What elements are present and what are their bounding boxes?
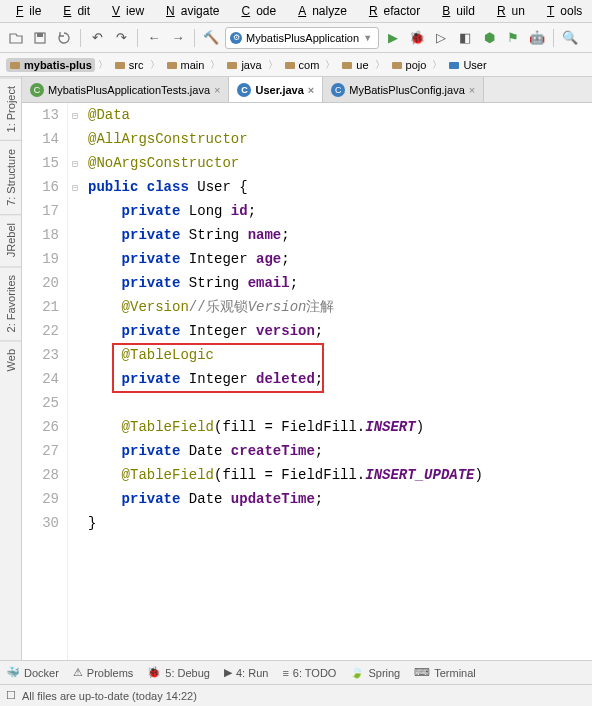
panel-icon: ⚠ bbox=[73, 666, 83, 679]
debug-icon[interactable]: 🐞 bbox=[407, 28, 427, 48]
svg-rect-5 bbox=[227, 62, 237, 69]
breadcrumb-ue[interactable]: ue bbox=[338, 58, 371, 72]
redo-icon[interactable]: ↷ bbox=[111, 28, 131, 48]
tab-label: MyBatisPlusConfig.java bbox=[349, 84, 465, 96]
save-icon[interactable] bbox=[30, 28, 50, 48]
panel-favorites[interactable]: 2: Favorites bbox=[0, 266, 21, 340]
breadcrumb-java[interactable]: java bbox=[223, 58, 264, 72]
panel-web[interactable]: Web bbox=[0, 340, 21, 379]
breadcrumb-user[interactable]: User bbox=[445, 58, 489, 72]
panel-problems[interactable]: ⚠Problems bbox=[73, 666, 133, 679]
menu-analyze[interactable]: Analyze bbox=[286, 2, 353, 20]
undo-icon[interactable]: ↶ bbox=[87, 28, 107, 48]
menu-view[interactable]: View bbox=[100, 2, 150, 20]
forward-icon[interactable]: → bbox=[168, 28, 188, 48]
menu-run[interactable]: Run bbox=[485, 2, 531, 20]
search-icon[interactable]: 🔍 bbox=[560, 28, 580, 48]
panel-project[interactable]: 1: Project bbox=[0, 77, 21, 140]
panel-icon: ≡ bbox=[282, 667, 288, 679]
code-editor[interactable]: 131415161718192021222324252627282930 ⊟⊟⊟… bbox=[22, 103, 592, 660]
panel-jrebel[interactable]: JRebel bbox=[0, 214, 21, 265]
bottom-tool-panels: 🐳Docker⚠Problems🐞5: Debug▶4: Run≡6: TODO… bbox=[0, 660, 592, 684]
status-text: All files are up-to-date (today 14:22) bbox=[22, 690, 197, 702]
refresh-icon[interactable] bbox=[54, 28, 74, 48]
back-icon[interactable]: ← bbox=[144, 28, 164, 48]
menu-navigate[interactable]: Navigate bbox=[154, 2, 225, 20]
android-icon[interactable]: 🤖 bbox=[527, 28, 547, 48]
panel-icon: ▶ bbox=[224, 666, 232, 679]
panel-spring[interactable]: 🍃Spring bbox=[350, 666, 400, 679]
breadcrumb-separator: 〉 bbox=[268, 58, 278, 72]
menu-bar: FileEditViewNavigateCodeAnalyzeRefactorB… bbox=[0, 0, 592, 23]
separator bbox=[194, 29, 195, 47]
panel-docker[interactable]: 🐳Docker bbox=[6, 666, 59, 679]
svg-rect-9 bbox=[449, 62, 459, 69]
code-content[interactable]: @Data@AllArgsConstructor@NoArgsConstruct… bbox=[82, 103, 592, 660]
profile-icon[interactable]: ◧ bbox=[455, 28, 475, 48]
attach-icon[interactable]: ⚑ bbox=[503, 28, 523, 48]
separator bbox=[553, 29, 554, 47]
breadcrumb-src[interactable]: src bbox=[111, 58, 147, 72]
status-bar: ☐ All files are up-to-date (today 14:22) bbox=[0, 684, 592, 706]
breadcrumb-separator: 〉 bbox=[375, 58, 385, 72]
chevron-down-icon: ▼ bbox=[363, 33, 372, 43]
fold-column[interactable]: ⊟⊟⊟ bbox=[68, 103, 82, 660]
svg-rect-3 bbox=[115, 62, 125, 69]
build-icon[interactable]: 🔨 bbox=[201, 28, 221, 48]
svg-rect-8 bbox=[392, 62, 402, 69]
panel-structure[interactable]: 7: Structure bbox=[0, 140, 21, 214]
menu-file[interactable]: File bbox=[4, 2, 47, 20]
breadcrumb-separator: 〉 bbox=[98, 58, 108, 72]
breadcrumb-mybatis-plus[interactable]: mybatis-plus bbox=[6, 58, 95, 72]
class-icon: C bbox=[331, 83, 345, 97]
breadcrumb-main[interactable]: main bbox=[163, 58, 208, 72]
panel-debug[interactable]: 🐞5: Debug bbox=[147, 666, 210, 679]
menu-tools[interactable]: Tools bbox=[535, 2, 588, 20]
menu-build[interactable]: Build bbox=[430, 2, 481, 20]
tab-userjava[interactable]: CUser.java× bbox=[229, 77, 323, 102]
panel-icon: 🍃 bbox=[350, 666, 364, 679]
run-config-selector[interactable]: ⚙ MybatisPlusApplication ▼ bbox=[225, 27, 379, 49]
toolbar: ↶ ↷ ← → 🔨 ⚙ MybatisPlusApplication ▼ ▶ 🐞… bbox=[0, 23, 592, 53]
stop-icon[interactable]: ⬢ bbox=[479, 28, 499, 48]
separator bbox=[137, 29, 138, 47]
breadcrumb-bar: mybatis-plus〉src〉main〉java〉com〉ue〉pojo〉U… bbox=[0, 53, 592, 77]
tab-label: User.java bbox=[255, 84, 303, 96]
run-config-label: MybatisPlusApplication bbox=[246, 32, 359, 44]
breadcrumb-separator: 〉 bbox=[432, 58, 442, 72]
breadcrumb-com[interactable]: com bbox=[281, 58, 323, 72]
panel-run[interactable]: ▶4: Run bbox=[224, 666, 268, 679]
panel-icon: 🐳 bbox=[6, 666, 20, 679]
breadcrumb-separator: 〉 bbox=[210, 58, 220, 72]
menu-refactor[interactable]: Refactor bbox=[357, 2, 426, 20]
class-icon: C bbox=[237, 83, 251, 97]
close-icon[interactable]: × bbox=[308, 84, 314, 96]
svg-rect-2 bbox=[10, 62, 20, 69]
close-icon[interactable]: × bbox=[214, 84, 220, 96]
menu-code[interactable]: Code bbox=[229, 2, 282, 20]
breadcrumb-separator: 〉 bbox=[150, 58, 160, 72]
tab-mybatisplusapplicationtestsjava[interactable]: CMybatisPlusApplicationTests.java× bbox=[22, 77, 229, 102]
panel-icon: ⌨ bbox=[414, 666, 430, 679]
panel-terminal[interactable]: ⌨Terminal bbox=[414, 666, 476, 679]
class-icon: C bbox=[30, 83, 44, 97]
panel-icon: 🐞 bbox=[147, 666, 161, 679]
run-icon[interactable]: ▶ bbox=[383, 28, 403, 48]
status-icon: ☐ bbox=[6, 689, 16, 702]
editor-tabs: CMybatisPlusApplicationTests.java×CUser.… bbox=[22, 77, 592, 103]
menu-edit[interactable]: Edit bbox=[51, 2, 96, 20]
coverage-icon[interactable]: ▷ bbox=[431, 28, 451, 48]
breadcrumb-separator: 〉 bbox=[325, 58, 335, 72]
panel-todo[interactable]: ≡6: TODO bbox=[282, 667, 336, 679]
gutter: 131415161718192021222324252627282930 bbox=[22, 103, 68, 660]
breadcrumb-pojo[interactable]: pojo bbox=[388, 58, 430, 72]
separator bbox=[80, 29, 81, 47]
svg-rect-7 bbox=[342, 62, 352, 69]
editor-area: CMybatisPlusApplicationTests.java×CUser.… bbox=[22, 77, 592, 660]
svg-rect-1 bbox=[37, 33, 43, 37]
tab-label: MybatisPlusApplicationTests.java bbox=[48, 84, 210, 96]
close-icon[interactable]: × bbox=[469, 84, 475, 96]
main-area: 1: Project7: StructureJRebel2: Favorites… bbox=[0, 77, 592, 660]
tab-mybatisplusconfigjava[interactable]: CMyBatisPlusConfig.java× bbox=[323, 77, 484, 102]
open-icon[interactable] bbox=[6, 28, 26, 48]
